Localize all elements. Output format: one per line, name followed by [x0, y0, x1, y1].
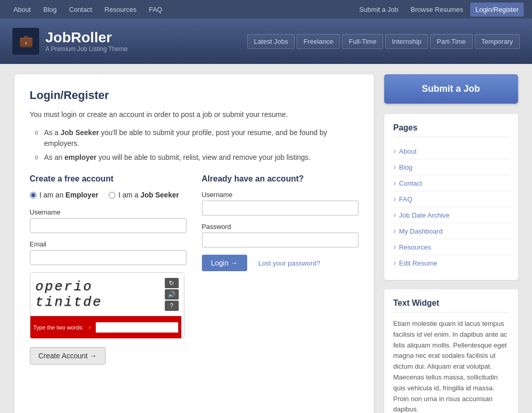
captcha-text: operio tinitde — [36, 279, 165, 310]
employer-radio-label: I am an Employer — [40, 191, 98, 199]
employer-info: As an employer you will be able to submi… — [35, 152, 358, 163]
captcha-input[interactable] — [96, 322, 178, 333]
recaptcha-badge: ♻ reCAPTCHA™ stop spam. read books. — [181, 316, 184, 338]
login-section: Already have an account? Username Passwo… — [202, 174, 358, 365]
page-link-my-dashboard[interactable]: My Dashboard — [399, 227, 443, 235]
page-link-blog[interactable]: Blog — [399, 163, 413, 171]
main-wrapper: Login/Register You must login or create … — [6, 74, 526, 413]
register-email-input[interactable] — [30, 250, 186, 265]
lost-password-link[interactable]: Lost your password? — [259, 259, 320, 267]
username-field-group: Username — [30, 208, 186, 233]
captcha-image: operio tinitde ↻ 🔊 ? — [30, 273, 184, 316]
page-item-contact: Contact — [393, 175, 509, 191]
pages-widget: Pages About Blog Contact FAQ Job Date Ar… — [384, 114, 518, 280]
nav-contact[interactable]: Contact — [64, 3, 97, 16]
login-password-label: Password — [202, 223, 358, 230]
captcha-input-row: Type the two words: › — [30, 320, 182, 335]
pages-list: About Blog Contact FAQ Job Date Archive … — [393, 143, 509, 271]
site-tagline: A Premium Job Listing Theme — [45, 45, 128, 53]
captcha-bottom: Type the two words: › ♻ reCAPTCHA™ stop … — [30, 316, 184, 338]
login-username-group: Username — [202, 191, 358, 216]
page-link-edit-resume[interactable]: Edit Resume — [399, 259, 437, 267]
cat-internship[interactable]: Internship — [385, 34, 428, 49]
nav-about[interactable]: About — [8, 3, 36, 16]
nav-login-register[interactable]: Login/Register — [470, 3, 524, 16]
page-title: Login/Register — [30, 89, 358, 102]
job-seeker-info: As a Job Seeker you'll be able to submit… — [35, 127, 358, 149]
seeker-radio-option[interactable]: I am a Job Seeker — [109, 191, 179, 199]
nav-resources[interactable]: Resources — [99, 3, 142, 16]
cat-parttime[interactable]: Part-Time — [430, 34, 473, 49]
create-account-title: Create a free account — [30, 174, 186, 184]
site-name: JobRoller — [45, 30, 128, 46]
email-field-group: Email — [30, 240, 186, 265]
already-account-title: Already have an account? — [202, 174, 358, 184]
employer-radio[interactable] — [30, 192, 37, 199]
register-username-input[interactable] — [30, 218, 186, 233]
text-widget-content: Etiam molestie quam id lacus tempus faci… — [393, 319, 509, 413]
info-list: As a Job Seeker you'll be able to submit… — [30, 127, 358, 163]
captcha-box: operio tinitde ↻ 🔊 ? Type the two words:… — [30, 272, 184, 339]
login-username-input[interactable] — [202, 201, 358, 216]
cat-fulltime[interactable]: Full-Time — [342, 34, 383, 49]
page-link-resources[interactable]: Resources — [399, 243, 431, 251]
logo-text: JobRoller A Premium Job Listing Theme — [45, 30, 128, 53]
captcha-audio-btn[interactable]: 🔊 — [165, 289, 179, 300]
captcha-help-btn[interactable]: ? — [165, 301, 179, 311]
job-categories: Latest Jobs Freelance Full-Time Internsh… — [247, 34, 520, 49]
page-item-my-dashboard: My Dashboard — [393, 223, 509, 239]
page-item-about: About — [393, 143, 509, 159]
intro-text: You must login or create an account in o… — [30, 109, 358, 120]
top-navigation: About Blog Contact Resources FAQ Submit … — [0, 0, 532, 19]
site-header: 💼 JobRoller A Premium Job Listing Theme … — [0, 19, 532, 64]
login-actions: Login → Lost your password? — [202, 255, 358, 271]
top-nav-right: Submit a Job Browse Resumes Login/Regist… — [354, 3, 524, 16]
employer-radio-option[interactable]: I am an Employer — [30, 191, 98, 199]
create-account-button[interactable]: Create Account → — [30, 347, 106, 365]
email-label: Email — [30, 240, 186, 248]
logo-area: 💼 JobRoller A Premium Job Listing Theme — [12, 28, 128, 55]
create-account-section: Create a free account I am an Employer I… — [30, 174, 186, 365]
logo-icon: 💼 — [12, 28, 39, 55]
form-columns: Create a free account I am an Employer I… — [30, 174, 358, 365]
cat-latest-jobs[interactable]: Latest Jobs — [247, 34, 295, 49]
page-item-edit-resume: Edit Resume — [393, 255, 509, 271]
captcha-type-label: Type the two words: — [33, 324, 84, 331]
cat-freelance[interactable]: Freelance — [297, 34, 340, 49]
seeker-radio[interactable] — [109, 192, 115, 199]
content-card: Login/Register You must login or create … — [14, 74, 374, 413]
page-item-faq: FAQ — [393, 191, 509, 207]
sidebar: Submit a Job Pages About Blog Contact FA… — [384, 74, 518, 413]
page-item-blog: Blog — [393, 159, 509, 175]
username-label: Username — [30, 208, 186, 216]
page-link-faq[interactable]: FAQ — [399, 195, 413, 203]
submit-job-button[interactable]: Submit a Job — [384, 74, 518, 104]
text-widget-title: Text Widget — [393, 299, 509, 312]
account-type-radio: I am an Employer I am a Job Seeker — [30, 191, 186, 199]
top-nav-left: About Blog Contact Resources FAQ — [8, 3, 167, 16]
page-link-about[interactable]: About — [399, 147, 417, 155]
page-item-resources: Resources — [393, 239, 509, 255]
page-link-contact[interactable]: Contact — [399, 179, 422, 187]
login-username-label: Username — [202, 191, 358, 199]
cat-temporary[interactable]: Temporary — [475, 34, 520, 49]
captcha-side-controls: ↻ 🔊 ? — [165, 278, 179, 311]
login-password-input[interactable] — [202, 233, 358, 247]
nav-browse-resumes[interactable]: Browse Resumes — [405, 3, 468, 16]
seeker-radio-label: I am a Job Seeker — [118, 191, 179, 199]
nav-submit-job[interactable]: Submit a Job — [354, 3, 403, 16]
page-link-job-date-archive[interactable]: Job Date Archive — [399, 211, 450, 219]
page-item-job-date-archive: Job Date Archive — [393, 207, 509, 223]
nav-faq[interactable]: FAQ — [144, 3, 167, 16]
captcha-arrow-icon: › — [89, 324, 91, 331]
captcha-refresh-btn[interactable]: ↻ — [165, 278, 179, 288]
login-button[interactable]: Login → — [202, 255, 247, 271]
text-widget: Text Widget Etiam molestie quam id lacus… — [384, 289, 518, 413]
nav-blog[interactable]: Blog — [38, 3, 62, 16]
pages-widget-title: Pages — [393, 123, 509, 137]
login-password-group: Password — [202, 223, 358, 247]
